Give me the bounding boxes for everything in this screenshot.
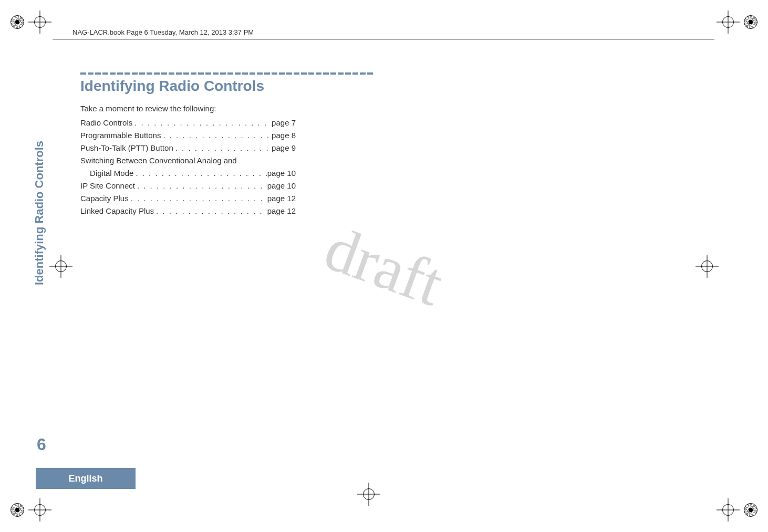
toc-label: IP Site Connect: [80, 180, 135, 192]
registration-circle-icon: [11, 15, 24, 29]
crop-mark-bottom-center: [357, 483, 380, 506]
toc-entry: Digital Mode . . . . . . . . . . . . . .…: [80, 167, 296, 180]
running-head: NAG-LACR.book Page 6 Tuesday, March 12, …: [72, 28, 254, 36]
toc-label: Capacity Plus: [80, 192, 129, 205]
crosshair-icon: [696, 255, 719, 278]
crop-mark-bottom-right: [717, 498, 757, 521]
toc-entry: Radio Controls . . . . . . . . . . . . .…: [80, 117, 296, 129]
toc-entry: Capacity Plus . . . . . . . . . . . . . …: [80, 192, 296, 205]
crosshair-icon: [49, 255, 72, 278]
toc-leader-dots: . . . . . . . . . . . . . . . . . . . . …: [161, 129, 272, 142]
toc-leader-dots: . . . . . . . . . . . . . . . . . . . . …: [129, 192, 267, 205]
toc-entry: Push-To-Talk (PTT) Button . . . . . . . …: [80, 142, 296, 154]
language-tab: English: [36, 468, 136, 489]
toc-label: Switching Between Conventional Analog an…: [80, 154, 237, 167]
toc-leader-dots: . . . . . . . . . . . . . . . . . . . . …: [173, 142, 272, 154]
toc-entry: Programmable Buttons . . . . . . . . . .…: [80, 129, 296, 142]
toc-page: page 8: [272, 129, 296, 142]
toc-label: Push-To-Talk (PTT) Button: [80, 142, 173, 154]
section-intro: Take a moment to review the following:: [80, 104, 216, 113]
toc-leader-dots: . . . . . . . . . . . . . . . . . . . . …: [133, 167, 267, 180]
header-rule: [53, 39, 714, 40]
crop-mark-mid-right: [696, 255, 719, 278]
toc-page: page 12: [267, 205, 296, 217]
toc-label: Linked Capacity Plus: [80, 205, 154, 217]
table-of-contents: Radio Controls . . . . . . . . . . . . .…: [80, 117, 296, 217]
toc-entry: Linked Capacity Plus . . . . . . . . . .…: [80, 205, 296, 217]
toc-page: page 9: [272, 142, 296, 154]
crop-mark-top-left: [11, 11, 51, 34]
registration-circle-icon: [744, 503, 757, 517]
crosshair-icon: [717, 498, 740, 521]
crosshair-icon: [357, 483, 380, 506]
toc-page: page 12: [267, 192, 296, 205]
section-title: Identifying Radio Controls: [80, 78, 264, 95]
toc-page: page 10: [267, 167, 296, 180]
registration-circle-icon: [744, 15, 757, 29]
draft-watermark: draft: [316, 212, 452, 320]
crop-mark-top-right: [717, 11, 757, 34]
toc-entry: Switching Between Conventional Analog an…: [80, 154, 296, 167]
crop-mark-mid-left: [49, 255, 72, 278]
toc-label: Radio Controls: [80, 117, 132, 129]
toc-label: Programmable Buttons: [80, 129, 161, 142]
toc-leader-dots: . . . . . . . . . . . . . . . . . . . . …: [154, 205, 267, 217]
sidebar-section-name: Identifying Radio Controls: [33, 141, 46, 285]
toc-page: page 10: [267, 180, 296, 192]
toc-entry: IP Site Connect . . . . . . . . . . . . …: [80, 180, 296, 192]
crosshair-icon: [28, 498, 51, 521]
crop-mark-bottom-left: [11, 498, 51, 521]
language-tab-label: English: [68, 473, 102, 484]
registration-circle-icon: [11, 503, 24, 517]
crosshair-icon: [28, 11, 51, 34]
section-divider-dashes: [80, 72, 380, 75]
toc-label: Digital Mode: [90, 167, 133, 180]
toc-page: page 7: [272, 117, 296, 129]
toc-leader-dots: . . . . . . . . . . . . . . . . . . . . …: [135, 180, 267, 192]
crosshair-icon: [717, 11, 740, 34]
toc-leader-dots: . . . . . . . . . . . . . . . . . . . . …: [132, 117, 272, 129]
page-number: 6: [37, 435, 46, 454]
